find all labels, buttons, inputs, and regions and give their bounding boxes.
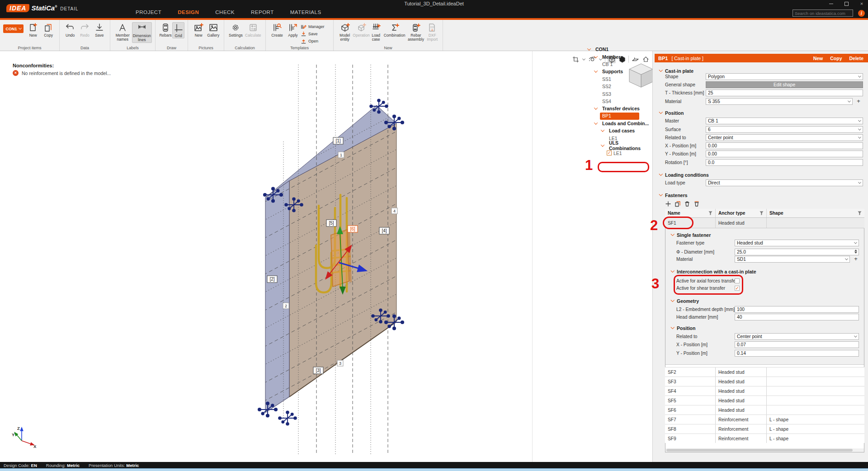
- tree-item[interactable]: SS1: [532, 75, 651, 83]
- add-fastener-material-button[interactable]: +: [852, 256, 859, 263]
- section-interconnection[interactable]: Interconnection with a cast-in plate: [653, 268, 756, 275]
- tree-item[interactable]: Transfer devices: [532, 105, 651, 112]
- fastener-shape-cell: [767, 405, 864, 414]
- section-loading-conditions[interactable]: Loading conditions: [653, 172, 709, 178]
- column-shape[interactable]: Shape: [767, 209, 864, 217]
- search-box[interactable]: [793, 9, 853, 17]
- project-combo[interactable]: CON1: [3, 24, 24, 33]
- tree-item[interactable]: Load cases: [532, 127, 651, 134]
- material-dropdown[interactable]: S 355: [706, 98, 853, 105]
- new-project-item-button[interactable]: New: [25, 22, 41, 38]
- settings-button[interactable]: Settings: [227, 22, 244, 38]
- copy-project-item-button[interactable]: Copy: [41, 22, 56, 38]
- surface-dropdown[interactable]: 6: [706, 126, 863, 133]
- minimize-button[interactable]: [828, 1, 834, 6]
- fastener-row-selected[interactable]: SF1 Headed stud: [665, 218, 864, 228]
- menu-tab[interactable]: CHECK: [215, 9, 235, 15]
- section-single-fastener[interactable]: Single fastener: [653, 232, 711, 238]
- tree-item[interactable]: CON1: [532, 46, 651, 53]
- head-diameter-input[interactable]: 40: [735, 314, 859, 320]
- add-fastener-icon[interactable]: [665, 201, 671, 207]
- menu-tab[interactable]: PROJECT: [136, 9, 161, 15]
- menu-tab[interactable]: DESIGN: [178, 9, 199, 15]
- dimension-lines-toggle[interactable]: Dimension lines: [132, 22, 152, 43]
- chevron-down-icon: [848, 99, 851, 103]
- section-fasteners[interactable]: Fasteners: [653, 192, 688, 198]
- fastener-related-to-dropdown[interactable]: Center point: [735, 333, 859, 340]
- copy-button[interactable]: Copy: [830, 56, 842, 61]
- fastener-row[interactable]: SF9 Reinforcement L - shape: [665, 433, 864, 443]
- tree-item[interactable]: ✓ LE1: [532, 149, 651, 156]
- combination-button[interactable]: Combination: [382, 22, 407, 38]
- fastener-x-position-input[interactable]: 0.07: [735, 341, 859, 348]
- tree-item[interactable]: SS2: [532, 83, 651, 90]
- menu-tab[interactable]: REPORT: [251, 9, 274, 15]
- fastener-y-position-input[interactable]: 0.14: [735, 350, 859, 357]
- rebars-toggle[interactable]: Rebars: [159, 22, 172, 38]
- template-manager-button[interactable]: Manager: [301, 24, 325, 30]
- diameter-stepper[interactable]: 25.0: [735, 249, 859, 255]
- thickness-input[interactable]: 25: [706, 89, 863, 96]
- shape-dropdown[interactable]: Polygon: [706, 73, 863, 80]
- calculator-icon: [248, 23, 258, 33]
- load-type-dropdown[interactable]: Direct: [706, 179, 863, 186]
- edit-shape-button[interactable]: Edit shape: [706, 81, 863, 88]
- y-position-input[interactable]: 0.00: [706, 151, 863, 157]
- tree-item[interactable]: BP1: [532, 113, 651, 120]
- tree-item[interactable]: SS4: [532, 98, 651, 105]
- tree-item[interactable]: ULS Combinations: [532, 142, 651, 149]
- restore-button[interactable]: [844, 1, 849, 6]
- new-picture-button[interactable]: New: [191, 22, 206, 38]
- tree-item[interactable]: SS3: [532, 90, 651, 97]
- x-position-input[interactable]: 0.00: [706, 142, 863, 149]
- delete-button[interactable]: Delete: [849, 56, 863, 61]
- column-anchor-type[interactable]: Anchor type: [716, 209, 767, 217]
- template-create-button[interactable]: Create: [269, 22, 285, 38]
- fastener-type-dropdown[interactable]: Headed stud: [735, 240, 859, 246]
- checkbox-icon[interactable]: ✓: [607, 151, 612, 155]
- close-button[interactable]: ×: [859, 1, 864, 6]
- fastener-row[interactable]: SF7 Reinforcement L - shape: [665, 414, 864, 424]
- tree-item[interactable]: Loads and Combin...: [532, 120, 651, 127]
- add-material-button[interactable]: +: [855, 98, 862, 105]
- grid-toggle[interactable]: Grid: [172, 22, 184, 38]
- section-fastener-position[interactable]: Position: [653, 325, 695, 331]
- delete-fastener-icon[interactable]: [684, 201, 690, 207]
- model-entity-button[interactable]: Model entity: [337, 22, 353, 42]
- tree-item[interactable]: Supports: [532, 68, 651, 75]
- nonconformity-message[interactable]: No reinforcement is defined in the model…: [22, 71, 111, 76]
- scrollbar-thumb[interactable]: [666, 449, 853, 452]
- delete-all-fasteners-icon[interactable]: [693, 201, 700, 207]
- fastener-row[interactable]: SF2 Headed stud: [665, 367, 864, 377]
- new-button[interactable]: New: [813, 56, 823, 61]
- section-position[interactable]: Position: [653, 110, 684, 116]
- fastener-row[interactable]: SF5 Headed stud: [665, 396, 864, 405]
- fastener-row[interactable]: SF8 Reinforcement L - shape: [665, 424, 864, 433]
- embedment-depth-input[interactable]: 100: [735, 306, 859, 313]
- fastener-row[interactable]: SF6 Headed stud: [665, 405, 864, 414]
- fastener-row[interactable]: SF4 Headed stud: [665, 386, 864, 396]
- info-button[interactable]: i: [858, 10, 865, 17]
- template-open-button[interactable]: Open: [301, 38, 325, 44]
- load-case-button[interactable]: Load case: [370, 22, 382, 42]
- rebar-assembly-button[interactable]: Rebar assembly: [406, 22, 425, 42]
- fastener-material-dropdown[interactable]: SD1: [735, 256, 850, 263]
- menu-tab[interactable]: MATERIALS: [290, 9, 321, 15]
- gallery-button[interactable]: Gallery: [206, 22, 221, 38]
- tree-item[interactable]: CB 1: [532, 61, 651, 68]
- undo-button[interactable]: Undo: [63, 22, 77, 38]
- save-button[interactable]: Save: [92, 22, 107, 38]
- horizontal-scrollbar[interactable]: [665, 448, 864, 452]
- related-to-dropdown[interactable]: Center point: [706, 134, 863, 141]
- section-geometry[interactable]: Geometry: [653, 298, 699, 304]
- rotation-input[interactable]: 0.0: [706, 159, 863, 166]
- fastener-row[interactable]: SF3 Headed stud: [665, 377, 864, 386]
- template-save-button[interactable]: Save: [301, 31, 325, 37]
- search-input[interactable]: [793, 11, 856, 16]
- copy-fastener-icon[interactable]: [675, 201, 681, 207]
- member-names-toggle[interactable]: Member names: [113, 22, 132, 42]
- embedment-depth-row: L2 - Embedment depth [mm] 100: [653, 306, 868, 313]
- tree-item[interactable]: Members: [532, 53, 651, 60]
- master-dropdown[interactable]: CB 1: [706, 118, 863, 124]
- template-apply-button[interactable]: Apply: [285, 22, 301, 38]
